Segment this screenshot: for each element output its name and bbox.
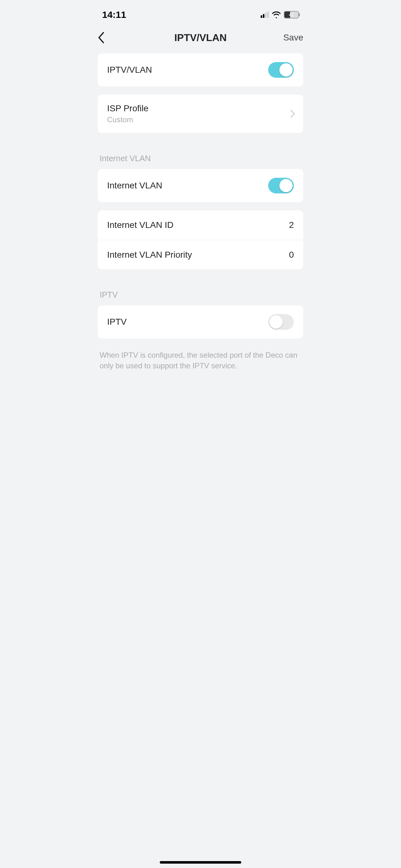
footer-note: When IPTV is configured, the selected po… xyxy=(87,347,314,374)
label-internet-vlan-id: Internet VLAN ID xyxy=(107,220,173,230)
status-bar: 14:11 41 xyxy=(87,0,314,25)
card-isp-profile: ISP Profile Custom xyxy=(98,95,303,133)
card-iptv-toggle: IPTV xyxy=(98,305,303,339)
label-isp-profile: ISP Profile xyxy=(107,103,148,114)
toggle-internet-vlan[interactable] xyxy=(268,178,294,193)
card-iptv-vlan-master: IPTV/VLAN xyxy=(98,53,303,87)
cellular-signal-icon xyxy=(261,11,269,18)
battery-level: 41 xyxy=(289,12,294,17)
save-button[interactable]: Save xyxy=(283,33,303,43)
toggle-iptv-vlan-master[interactable] xyxy=(268,62,294,78)
value-isp-profile: Custom xyxy=(107,115,148,124)
row-internet-vlan-id[interactable]: Internet VLAN ID 2 xyxy=(98,210,303,240)
page-title: IPTV/VLAN xyxy=(174,32,227,43)
label-iptv-vlan-master: IPTV/VLAN xyxy=(107,65,152,75)
status-time: 14:11 xyxy=(102,9,126,20)
navbar: IPTV/VLAN Save xyxy=(87,25,314,53)
section-header-iptv: IPTV xyxy=(87,277,314,305)
battery-icon: 41 xyxy=(284,11,299,19)
value-internet-vlan-priority: 0 xyxy=(289,250,294,260)
row-iptv-toggle: IPTV xyxy=(98,305,303,339)
toggle-iptv[interactable] xyxy=(268,314,294,330)
back-button[interactable] xyxy=(98,31,110,44)
row-internet-vlan-toggle: Internet VLAN xyxy=(98,169,303,202)
home-indicator[interactable] xyxy=(160,861,241,864)
chevron-right-icon xyxy=(287,110,295,118)
chevron-left-icon xyxy=(98,32,105,43)
row-internet-vlan-priority[interactable]: Internet VLAN Priority 0 xyxy=(98,240,303,269)
status-icons: 41 xyxy=(261,11,299,19)
label-iptv-toggle: IPTV xyxy=(107,317,127,327)
card-internet-vlan-toggle: Internet VLAN xyxy=(98,169,303,202)
card-internet-vlan-fields: Internet VLAN ID 2 Internet VLAN Priorit… xyxy=(98,210,303,269)
value-internet-vlan-id: 2 xyxy=(289,220,294,230)
label-internet-vlan-priority: Internet VLAN Priority xyxy=(107,250,192,260)
row-isp-profile[interactable]: ISP Profile Custom xyxy=(98,95,303,133)
section-header-internet-vlan: Internet VLAN xyxy=(87,141,314,169)
label-internet-vlan-toggle: Internet VLAN xyxy=(107,181,162,191)
wifi-icon xyxy=(272,11,281,18)
row-iptv-vlan-master: IPTV/VLAN xyxy=(98,53,303,87)
